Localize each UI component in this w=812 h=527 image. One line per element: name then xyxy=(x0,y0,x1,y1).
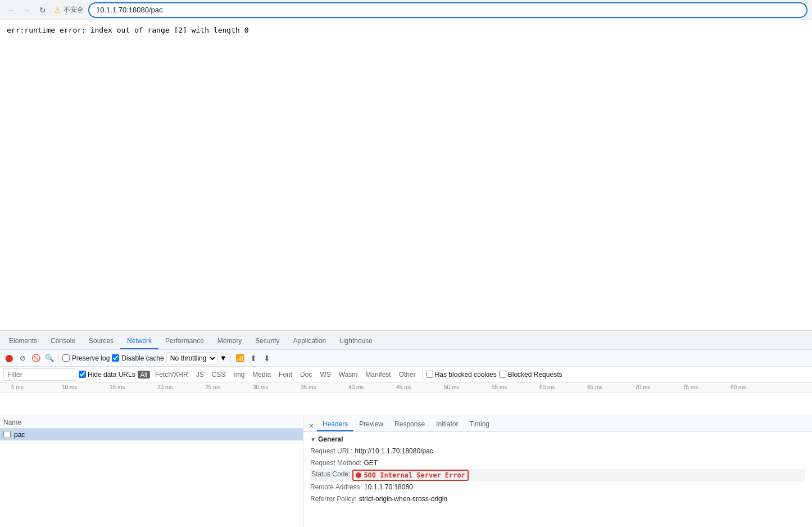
referrer-policy-row: Referrer Policy: strict-origin-when-cros… xyxy=(310,493,805,505)
ruler-55ms: 55 ms xyxy=(492,384,507,390)
type-media[interactable]: Media xyxy=(250,370,274,379)
disable-cache-label[interactable]: Disable cache xyxy=(112,354,164,362)
tab-application[interactable]: Application xyxy=(287,334,333,349)
details-tab-response[interactable]: Response xyxy=(389,418,430,431)
type-js[interactable]: JS xyxy=(193,370,207,379)
request-checkbox[interactable] xyxy=(3,431,11,438)
warning-icon: ⚠ xyxy=(54,6,61,15)
blocked-cookies-text: Has blocked cookies xyxy=(435,371,497,379)
import-icon[interactable]: ⬆ xyxy=(248,353,259,364)
throttle-select[interactable]: No throttling Fast 3G Slow 3G xyxy=(166,352,217,364)
referrer-policy-key: Referrer Policy: xyxy=(310,494,357,504)
ruler-15ms: 15 ms xyxy=(110,384,125,390)
search-button[interactable]: 🔍 xyxy=(44,353,55,364)
request-row-pac[interactable]: pac xyxy=(0,429,303,441)
referrer-policy-value: strict-origin-when-cross-origin xyxy=(359,494,447,504)
tab-sources[interactable]: Sources xyxy=(82,334,120,349)
type-fetch-xhr[interactable]: Fetch/XHR xyxy=(152,370,191,379)
browser-toolbar: ← → ↻ ⚠ 不安全 xyxy=(0,0,812,20)
preserve-log-checkbox[interactable] xyxy=(62,354,70,362)
separator-2 xyxy=(230,354,231,363)
disable-cache-checkbox[interactable] xyxy=(112,354,119,362)
ruler-50ms: 50 ms xyxy=(444,384,459,390)
type-font[interactable]: Font xyxy=(276,370,295,379)
type-manifest[interactable]: Manifest xyxy=(362,370,393,379)
details-tab-headers[interactable]: Headers xyxy=(317,418,353,431)
hide-data-urls-label[interactable]: Hide data URLs xyxy=(79,371,135,379)
status-red-dot xyxy=(356,472,361,478)
ruler-25ms: 25 ms xyxy=(205,384,220,390)
separator-3 xyxy=(422,370,423,379)
security-label: 不安全 xyxy=(63,5,84,15)
details-panel: × Headers Preview Response Initiator Tim… xyxy=(303,416,812,527)
tab-lighthouse[interactable]: Lighthouse xyxy=(333,334,379,349)
disable-cache-text: Disable cache xyxy=(121,354,164,362)
ruler-30ms: 30 ms xyxy=(253,384,268,390)
forward-button[interactable]: → xyxy=(20,3,34,17)
type-wasm[interactable]: Wasm xyxy=(336,370,361,379)
clear-button[interactable]: 🚫 xyxy=(30,353,42,364)
tab-elements[interactable]: Elements xyxy=(2,334,44,349)
remote-address-row: Remote Address: 10.1.1.70:18080 xyxy=(310,481,805,493)
details-tab-preview[interactable]: Preview xyxy=(353,418,389,431)
blocked-requests-checkbox[interactable] xyxy=(499,371,506,378)
ruler-35ms: 35 ms xyxy=(301,384,316,390)
request-method-row: Request Method: GET xyxy=(310,457,805,469)
type-other[interactable]: Other xyxy=(396,370,419,379)
requests-panel: Name pac xyxy=(0,416,303,527)
request-method-value: GET xyxy=(364,458,378,468)
tab-console[interactable]: Console xyxy=(44,334,82,349)
ruler-10ms: 10 ms xyxy=(62,384,77,390)
details-tab-bar: × Headers Preview Response Initiator Tim… xyxy=(303,416,812,432)
tab-network[interactable]: Network xyxy=(120,334,158,349)
ruler-75ms: 75 ms xyxy=(683,384,698,390)
wifi-icon: 📶 xyxy=(234,353,246,364)
devtools-tab-bar: Elements Console Sources Network Perform… xyxy=(0,331,812,350)
request-name: pac xyxy=(14,431,25,439)
filter-input[interactable] xyxy=(3,368,76,381)
error-message: err:runtime error: index out of range [2… xyxy=(7,26,805,34)
record-button[interactable]: ⬤ xyxy=(3,353,15,364)
stop-button[interactable]: ⊘ xyxy=(17,353,28,364)
network-main: Name pac × Headers Preview Response Init… xyxy=(0,416,812,527)
ruler-65ms: 65 ms xyxy=(587,384,602,390)
preserve-log-label[interactable]: Preserve log xyxy=(62,354,110,362)
blocked-cookies-label[interactable]: Has blocked cookies xyxy=(426,371,497,379)
requests-header: Name xyxy=(0,416,303,429)
remote-address-key: Remote Address: xyxy=(310,483,362,492)
blocked-cookies-checkbox[interactable] xyxy=(426,371,433,378)
reload-button[interactable]: ↻ xyxy=(36,3,49,17)
timeline-ruler: 5 ms 10 ms 15 ms 20 ms 25 ms 30 ms 35 ms… xyxy=(0,382,812,393)
general-section-title: ▼ General xyxy=(310,435,805,443)
details-tab-initiator[interactable]: Initiator xyxy=(430,418,464,431)
devtools-panel: Elements Console Sources Network Perform… xyxy=(0,330,812,527)
preserve-log-text: Preserve log xyxy=(72,354,110,362)
status-code-key: Status Code: xyxy=(311,470,350,481)
ruler-60ms: 60 ms xyxy=(539,384,555,390)
type-doc[interactable]: Doc xyxy=(297,370,315,379)
request-url-row: Request URL: http://10.1.1.70:18080/pac xyxy=(310,445,805,457)
remote-address-value: 10.1.1.70:18080 xyxy=(364,483,413,492)
ruler-40ms: 40 ms xyxy=(348,384,364,390)
tab-memory[interactable]: Memory xyxy=(211,334,248,349)
all-badge[interactable]: All xyxy=(138,371,150,379)
type-ws[interactable]: WS xyxy=(317,370,333,379)
status-code-value: 500 Internal Server Error xyxy=(364,471,465,480)
blocked-requests-text: Blocked Requests xyxy=(508,371,562,379)
network-toolbar: ⬤ ⊘ 🚫 🔍 Preserve log Disable cache No th… xyxy=(0,350,812,367)
details-close-button[interactable]: × xyxy=(306,420,317,431)
details-tab-timing[interactable]: Timing xyxy=(464,418,495,431)
type-img[interactable]: Img xyxy=(230,370,247,379)
export-icon[interactable]: ⬇ xyxy=(261,353,273,364)
request-method-key: Request Method: xyxy=(310,458,361,468)
security-warning: ⚠ 不安全 xyxy=(54,5,84,15)
triangle-icon: ▼ xyxy=(310,436,316,443)
tab-performance[interactable]: Performance xyxy=(158,334,211,349)
back-button[interactable]: ← xyxy=(4,3,18,17)
hide-data-urls-checkbox[interactable] xyxy=(79,371,86,378)
ruler-20ms: 20 ms xyxy=(157,384,173,390)
blocked-requests-label[interactable]: Blocked Requests xyxy=(499,371,562,379)
type-css[interactable]: CSS xyxy=(209,370,229,379)
address-bar[interactable] xyxy=(88,2,808,18)
tab-security[interactable]: Security xyxy=(248,334,286,349)
